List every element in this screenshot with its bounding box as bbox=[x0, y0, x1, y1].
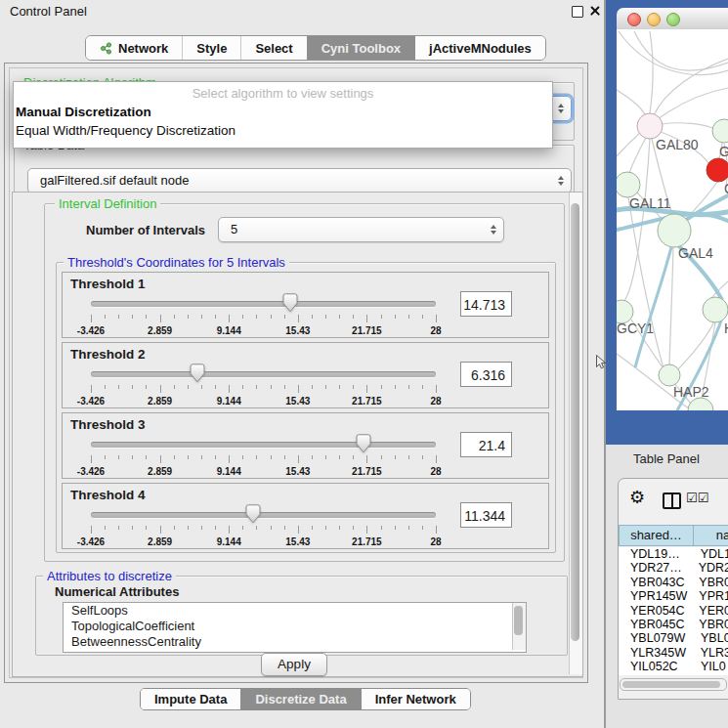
table-cell: YER0 bbox=[692, 604, 728, 618]
tab-label: jActiveMNodules bbox=[429, 41, 532, 56]
table-rows: YDL19…YDL1YDR27…YDR2YBR043CYBR0YPR145WYP… bbox=[619, 547, 728, 675]
network-node[interactable] bbox=[707, 158, 728, 182]
slider[interactable]: -3.4262.8599.14415.4321.71528 bbox=[91, 366, 436, 407]
select-columns-icon[interactable]: ☑☑ bbox=[686, 491, 708, 505]
group-title: Threshold's Coordinates for 5 Intervals bbox=[64, 255, 289, 270]
network-node[interactable] bbox=[712, 119, 728, 143]
threshold-value-field[interactable]: 6.316 bbox=[460, 362, 512, 387]
mouse-cursor bbox=[596, 355, 607, 369]
slider[interactable]: -3.4262.8599.14415.4321.71528 bbox=[91, 296, 436, 337]
table-row[interactable]: YIL052CYIL0 bbox=[619, 660, 728, 673]
combo-stepper-icon[interactable] bbox=[558, 104, 564, 113]
slider-ticks bbox=[91, 455, 436, 464]
table-row[interactable]: YDL19…YDL1 bbox=[619, 547, 728, 561]
node-label: GA bbox=[719, 144, 728, 159]
table-row[interactable]: YER054CYER0 bbox=[619, 604, 728, 618]
table-cell: YBL0 bbox=[694, 631, 728, 645]
table-header: shared…name bbox=[619, 525, 728, 546]
apply-button[interactable]: Apply bbox=[261, 653, 327, 676]
slider[interactable]: -3.4262.8599.14415.4321.71528 bbox=[91, 437, 436, 478]
slider[interactable]: -3.4262.8599.14415.4321.71528 bbox=[91, 507, 436, 548]
slider-thumb[interactable] bbox=[190, 364, 205, 383]
tab-cyni-toolbox[interactable]: Cyni Toolbox bbox=[307, 36, 414, 60]
threshold-value-field[interactable]: 14.713 bbox=[460, 291, 512, 317]
node-label: GCY1 bbox=[617, 321, 654, 336]
network-canvas[interactable]: GAL80GACGAL11GAL4GCY1HHAP2 bbox=[617, 29, 728, 410]
slider-thumb[interactable] bbox=[356, 434, 371, 453]
close-traffic-light-icon[interactable] bbox=[627, 13, 641, 26]
table-panel-title: Table Panel bbox=[633, 451, 700, 466]
control-panel-titlebar: Control Panel bbox=[0, 0, 606, 23]
table-cell: YIL0 bbox=[694, 660, 726, 673]
network-node[interactable] bbox=[659, 364, 680, 386]
screen: Control Panel NetworkStyleSelectCyni Too… bbox=[0, 0, 728, 728]
threshold-row: Threshold 4-3.4262.8599.14415.4321.71528… bbox=[62, 483, 549, 549]
table-row[interactable]: YBL079WYBL0 bbox=[619, 631, 728, 645]
table-row[interactable]: YPR145WYPR1 bbox=[619, 589, 728, 603]
slider-tick-labels: -3.4262.8599.14415.4321.71528 bbox=[91, 466, 436, 478]
attribute-item[interactable]: TopologicalCoefficient bbox=[64, 619, 526, 634]
table-column-header[interactable]: name bbox=[693, 525, 728, 546]
network-node[interactable] bbox=[637, 113, 663, 139]
zoom-traffic-light-icon[interactable] bbox=[666, 13, 680, 26]
tab-label: Style bbox=[196, 41, 227, 56]
table-cell: YDL1 bbox=[694, 547, 728, 561]
table-horizontal-scrollbar-thumb[interactable] bbox=[622, 681, 720, 688]
slider-thumb[interactable] bbox=[245, 504, 261, 524]
table-column-header[interactable]: shared… bbox=[619, 525, 694, 546]
gear-icon[interactable]: ⚙ bbox=[629, 489, 645, 506]
algorithm-option[interactable]: Equal Width/Frequency Discretization bbox=[14, 120, 552, 139]
threshold-row: Threshold 2-3.4262.8599.14415.4321.71528… bbox=[62, 342, 549, 408]
table-row[interactable]: YLR345WYLR3 bbox=[619, 646, 728, 660]
slider-track[interactable] bbox=[91, 301, 436, 307]
table-row[interactable]: YBR043CYBR0 bbox=[619, 576, 728, 589]
vertical-scrollbar-thumb[interactable] bbox=[571, 203, 579, 641]
table-row[interactable]: YBR045CYBR0 bbox=[619, 618, 728, 631]
slider-track[interactable] bbox=[91, 512, 436, 518]
minimize-traffic-light-icon[interactable] bbox=[647, 13, 661, 26]
column-layout-icon[interactable] bbox=[663, 492, 681, 509]
threshold-label: Threshold 4 bbox=[70, 488, 146, 502]
attributes-scrollbar-thumb[interactable] bbox=[514, 606, 523, 635]
spinner-stepper-icon[interactable] bbox=[491, 225, 496, 235]
close-icon[interactable] bbox=[588, 4, 602, 18]
attributes-list[interactable]: SelfLoopsTopologicalCoefficientBetweenne… bbox=[63, 602, 527, 653]
network-icon bbox=[100, 42, 112, 55]
node-label: H bbox=[724, 321, 728, 336]
tab-infer-network[interactable]: Infer Network bbox=[361, 689, 470, 709]
network-node[interactable] bbox=[703, 297, 728, 322]
table-cell: YER054C bbox=[619, 604, 692, 618]
network-node[interactable] bbox=[658, 214, 691, 247]
threshold-value-field[interactable]: 11.344 bbox=[460, 502, 512, 528]
node-label: GAL4 bbox=[678, 245, 713, 261]
network-edge bbox=[654, 59, 728, 115]
attribute-item[interactable]: BetweennessCentrality bbox=[64, 634, 526, 650]
slider-track[interactable] bbox=[91, 442, 436, 448]
table-horizontal-scrollbar[interactable] bbox=[620, 678, 727, 691]
algorithm-dropdown-popup: Select algorithm to view settings Manual… bbox=[13, 81, 553, 149]
threshold-value-field[interactable]: 21.4 bbox=[460, 432, 512, 457]
number-of-intervals-label: Number of Intervals bbox=[86, 223, 205, 237]
tab-select[interactable]: Select bbox=[240, 36, 306, 60]
algorithm-option[interactable]: Manual Discretization bbox=[14, 102, 552, 120]
combo-stepper-icon[interactable] bbox=[558, 176, 564, 186]
threshold-label: Threshold 2 bbox=[70, 347, 146, 362]
network-edge bbox=[669, 247, 673, 364]
table-data-combobox[interactable]: galFiltered.sif default node bbox=[27, 168, 572, 193]
slider-track[interactable] bbox=[91, 371, 436, 377]
number-of-intervals-spinner[interactable]: 5 bbox=[218, 217, 504, 242]
table-row[interactable]: YDR27…YDR2 bbox=[619, 561, 728, 575]
slider-ticks bbox=[91, 315, 436, 323]
float-panel-icon[interactable] bbox=[572, 6, 583, 18]
panel-title: Control Panel bbox=[10, 4, 87, 19]
attribute-item[interactable]: SelfLoops bbox=[64, 603, 526, 619]
slider-thumb[interactable] bbox=[282, 293, 298, 313]
combo-value: galFiltered.sif default node bbox=[40, 169, 189, 193]
tab-style[interactable]: Style bbox=[182, 36, 240, 60]
tab-impute-data[interactable]: Impute Data bbox=[141, 689, 240, 709]
network-node[interactable] bbox=[617, 172, 640, 197]
tab-jactivemnodules[interactable]: jActiveMNodules bbox=[414, 36, 545, 60]
tab-network[interactable]: Network bbox=[86, 36, 182, 60]
tab-discretize-data[interactable]: Discretize Data bbox=[240, 689, 360, 709]
network-window-titlebar[interactable] bbox=[617, 8, 728, 30]
